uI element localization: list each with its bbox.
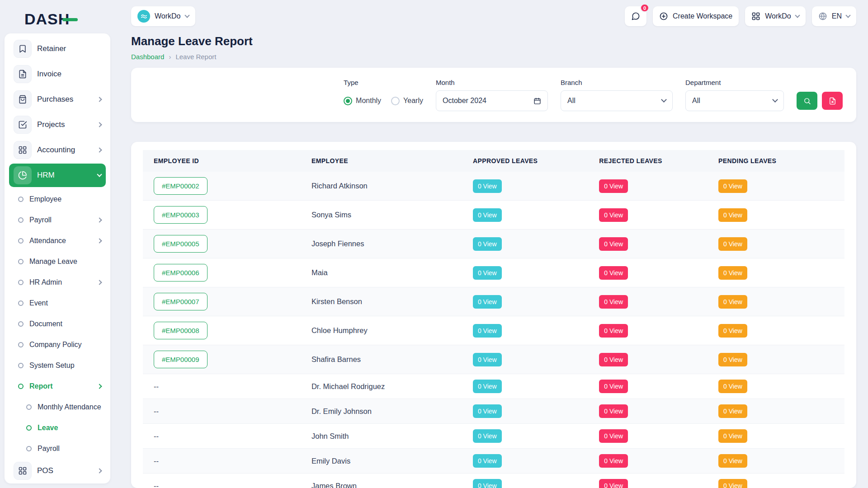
rejected-cell: 0 View [592, 230, 711, 258]
employee-id-empty: -- [154, 482, 159, 488]
approved-view-badge[interactable]: 0 View [473, 380, 502, 393]
plus-circle-icon [659, 12, 668, 21]
reset-filter-button[interactable] [822, 92, 843, 110]
type-label: Type [344, 79, 423, 86]
sidebar-item-payroll[interactable]: Payroll [9, 210, 106, 230]
rejected-view-badge[interactable]: 0 View [599, 353, 628, 366]
rejected-view-badge[interactable]: 0 View [599, 404, 628, 418]
sidebar-item-attendance[interactable]: Attendance [9, 230, 106, 251]
sidebar-item-employee[interactable]: Employee [9, 189, 106, 210]
rejected-view-badge[interactable]: 0 View [599, 179, 628, 193]
approved-view-badge[interactable]: 0 View [473, 454, 502, 468]
approved-view-badge[interactable]: 0 View [473, 353, 502, 366]
shopping-bag-icon [14, 90, 32, 108]
bookmark-icon [14, 40, 32, 58]
pending-cell: 0 View [711, 474, 844, 488]
pending-view-badge[interactable]: 0 View [718, 479, 747, 488]
approved-view-badge[interactable]: 0 View [473, 208, 502, 222]
radio-yearly-label: Yearly [403, 97, 423, 105]
approved-view-badge[interactable]: 0 View [473, 324, 502, 338]
table-row: #EMP00005 Joseph Fiennes 0 View 0 View 0… [143, 230, 844, 258]
pending-view-badge[interactable]: 0 View [718, 380, 747, 393]
sidebar-item-company-policy[interactable]: Company Policy [9, 334, 106, 355]
approved-view-badge[interactable]: 0 View [473, 429, 502, 443]
sidebar-item-report[interactable]: Report [9, 376, 106, 397]
breadcrumb-dashboard-link[interactable]: Dashboard [131, 53, 164, 61]
sidebar-item-purchases[interactable]: Purchases [9, 88, 106, 111]
approved-view-badge[interactable]: 0 View [473, 479, 502, 488]
rejected-view-badge[interactable]: 0 View [599, 266, 628, 280]
sidebar-item-label: Invoice [37, 70, 61, 79]
branch-select[interactable]: All [561, 90, 673, 111]
sidebar-item-hr-admin[interactable]: HR Admin [9, 272, 106, 293]
approved-view-badge[interactable]: 0 View [473, 295, 502, 309]
employee-id-badge[interactable]: #EMP00008 [154, 322, 208, 339]
pending-view-badge[interactable]: 0 View [718, 404, 747, 418]
employee-id-badge[interactable]: #EMP00009 [154, 351, 208, 368]
radio-monthly[interactable]: Monthly [344, 97, 381, 105]
sidebar-item-report-payroll[interactable]: Payroll [9, 438, 106, 459]
sidebar-item-pos[interactable]: POS [9, 459, 106, 483]
sidebar-item-invoice[interactable]: Invoice [9, 62, 106, 86]
sidebar-item-accounting[interactable]: Accounting [9, 138, 106, 162]
header-employee: EMPLOYEE [304, 150, 466, 172]
pending-view-badge[interactable]: 0 View [718, 179, 747, 193]
page-title: Manage Leave Report [131, 34, 856, 48]
pending-view-badge[interactable]: 0 View [718, 266, 747, 280]
pending-cell: 0 View [711, 345, 844, 374]
radio-yearly-control[interactable] [391, 97, 400, 105]
rejected-view-badge[interactable]: 0 View [599, 380, 628, 393]
rejected-cell: 0 View [592, 449, 711, 474]
pending-view-badge[interactable]: 0 View [718, 295, 747, 309]
language-selector[interactable]: EN [812, 6, 856, 26]
department-select[interactable]: All [685, 90, 784, 111]
search-button[interactable] [797, 92, 817, 110]
create-workspace-label: Create Workspace [673, 12, 732, 20]
approved-view-badge[interactable]: 0 View [473, 179, 502, 193]
sidebar-item-label: Attendance [29, 237, 66, 245]
employee-id-badge[interactable]: #EMP00006 [154, 264, 208, 282]
rejected-view-badge[interactable]: 0 View [599, 454, 628, 468]
radio-monthly-control[interactable] [344, 97, 352, 105]
rejected-view-badge[interactable]: 0 View [599, 237, 628, 251]
pending-view-badge[interactable]: 0 View [718, 353, 747, 366]
employee-id-badge[interactable]: #EMP00003 [154, 206, 208, 224]
sidebar-item-manage-leave[interactable]: Manage Leave [9, 251, 106, 272]
pending-view-badge[interactable]: 0 View [718, 454, 747, 468]
month-input[interactable]: October 2024 [436, 90, 548, 111]
workdo-menu-button[interactable]: WorkDo [745, 6, 806, 26]
employee-id-badge[interactable]: #EMP00007 [154, 293, 208, 310]
employee-id-badge[interactable]: #EMP00005 [154, 235, 208, 253]
sidebar-item-monthly-attendance[interactable]: Monthly Attendance [9, 397, 106, 418]
chat-count-badge: 0 [640, 4, 649, 12]
workspace-switcher[interactable]: WorkDo [131, 6, 195, 26]
pending-view-badge[interactable]: 0 View [718, 324, 747, 338]
rejected-view-badge[interactable]: 0 View [599, 324, 628, 338]
pending-view-badge[interactable]: 0 View [718, 208, 747, 222]
sidebar-item-projects[interactable]: Projects [9, 113, 106, 136]
pending-view-badge[interactable]: 0 View [718, 237, 747, 251]
approved-view-badge[interactable]: 0 View [473, 237, 502, 251]
app-logo[interactable]: DASH [5, 5, 110, 33]
employee-name-cell: James Brown [304, 474, 466, 488]
sidebar-item-retainer[interactable]: Retainer [9, 37, 106, 61]
employee-id-badge[interactable]: #EMP00002 [154, 177, 208, 195]
sidebar-item-event[interactable]: Event [9, 293, 106, 314]
employee-id-empty: -- [154, 457, 159, 465]
radio-yearly[interactable]: Yearly [391, 97, 423, 105]
sidebar-item-system-setup[interactable]: System Setup [9, 355, 106, 376]
approved-view-badge[interactable]: 0 View [473, 404, 502, 418]
sidebar-item-hrm[interactable]: HRM [9, 164, 106, 187]
approved-view-badge[interactable]: 0 View [473, 266, 502, 280]
sidebar-item-leave[interactable]: Leave [9, 418, 106, 438]
sidebar-item-document[interactable]: Document [9, 314, 106, 334]
employee-id-cell: #EMP00006 [143, 258, 304, 287]
rejected-view-badge[interactable]: 0 View [599, 479, 628, 488]
chat-button[interactable]: 0 [625, 6, 646, 26]
rejected-view-badge[interactable]: 0 View [599, 429, 628, 443]
rejected-view-badge[interactable]: 0 View [599, 208, 628, 222]
rejected-view-badge[interactable]: 0 View [599, 295, 628, 309]
pending-view-badge[interactable]: 0 View [718, 429, 747, 443]
approved-cell: 0 View [466, 258, 592, 287]
create-workspace-button[interactable]: Create Workspace [653, 6, 739, 26]
